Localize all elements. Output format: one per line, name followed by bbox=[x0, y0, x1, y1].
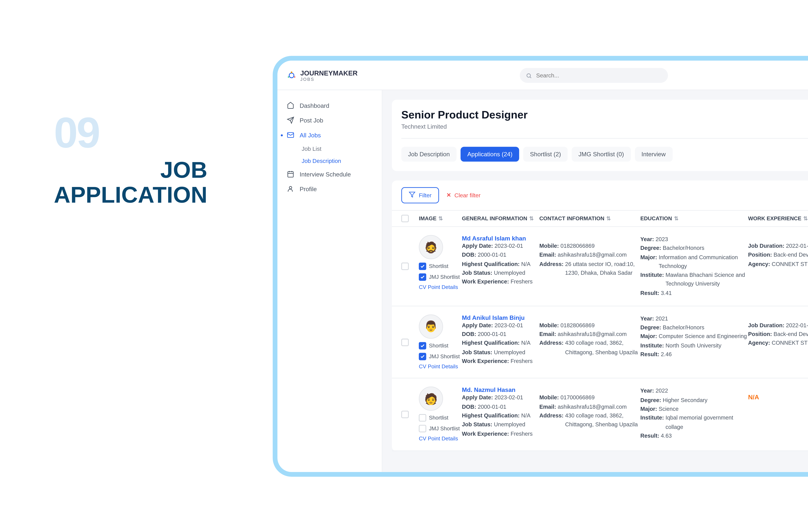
table-toolbar: Filter Clear filter Bulk Action bbox=[392, 181, 808, 210]
cv-point-details-link[interactable]: CV Point Details bbox=[419, 284, 458, 291]
app-window: JOURNEYMAKER JOBS Post a Job 👤 bbox=[273, 56, 808, 477]
job-header-card: Senior Product Designer Technext Limited… bbox=[392, 100, 808, 171]
sort-icon: ⇅ bbox=[803, 216, 808, 222]
applicant-name-link[interactable]: Md Anikul Islam Binju bbox=[462, 314, 539, 321]
svg-rect-27 bbox=[288, 171, 293, 177]
search-icon bbox=[526, 69, 532, 81]
shortlist-checkbox[interactable] bbox=[419, 342, 426, 349]
brand-name: JOURNEYMAKER bbox=[300, 69, 357, 76]
shortlist-label: Shortlist bbox=[429, 415, 448, 421]
send-icon bbox=[287, 116, 294, 125]
search-box[interactable] bbox=[520, 68, 668, 82]
applications-table-card: Filter Clear filter Bulk Action bbox=[392, 181, 808, 451]
main-content: Senior Product Designer Technext Limited… bbox=[383, 90, 808, 472]
applicant-name-link[interactable]: Md. Nazmul Hasan bbox=[462, 387, 539, 394]
slide-label: 09 JOB APPLICATION bbox=[54, 108, 207, 208]
applicant-avatar: 🧑 bbox=[419, 387, 443, 411]
sidebar-item-label: Dashboard bbox=[300, 102, 329, 109]
applicant-name-link[interactable]: Md Asraful Islam khan bbox=[462, 235, 539, 242]
svg-point-2 bbox=[288, 76, 289, 77]
col-general[interactable]: GENERAL INFORMATION⇅ bbox=[462, 216, 539, 222]
sidebar-item-all-jobs[interactable]: All Jobs bbox=[277, 128, 382, 143]
shortlist-label: Shortlist bbox=[429, 263, 448, 269]
slide-title: JOB APPLICATION bbox=[54, 158, 207, 208]
row-checkbox[interactable] bbox=[401, 263, 409, 270]
applicant-avatar: 🧔 bbox=[419, 235, 443, 259]
user-icon bbox=[287, 185, 294, 194]
sidebar-item-profile[interactable]: Profile bbox=[277, 182, 382, 197]
sidebar-item-interview-schedule[interactable]: Interview Schedule bbox=[277, 167, 382, 182]
tab-shortlist[interactable]: Shortlist (2) bbox=[523, 147, 568, 162]
brand-sub: JOBS bbox=[300, 76, 357, 81]
svg-point-4 bbox=[527, 73, 531, 77]
table-row: 🧑 Shortlist JMJ Shortlist CV Point Detai… bbox=[392, 379, 808, 451]
sidebar-sub-job-description[interactable]: Job Description bbox=[277, 155, 382, 167]
select-all-checkbox[interactable] bbox=[401, 215, 409, 222]
job-tabs: Job Description Applications (24) Shortl… bbox=[401, 147, 808, 162]
sidebar-item-post-job[interactable]: Post Job bbox=[277, 113, 382, 128]
svg-point-1 bbox=[291, 71, 292, 73]
sidebar: Dashboard Post Job All Jobs Job List Job… bbox=[277, 90, 383, 472]
jmj-shortlist-checkbox[interactable] bbox=[419, 425, 426, 433]
app-header: JOURNEYMAKER JOBS Post a Job 👤 bbox=[277, 61, 808, 90]
sidebar-item-label: Profile bbox=[300, 186, 317, 192]
sort-icon: ⇅ bbox=[438, 216, 443, 222]
col-work[interactable]: WORK EXPERIENCE⇅ bbox=[748, 216, 808, 222]
applicant-avatar: 👨 bbox=[419, 314, 443, 338]
shortlist-checkbox[interactable] bbox=[419, 414, 426, 422]
sort-icon: ⇅ bbox=[606, 216, 611, 222]
table-row: 🧔 Shortlist JMJ Shortlist CV Point Detai… bbox=[392, 227, 808, 306]
filter-icon bbox=[409, 191, 416, 199]
divider bbox=[401, 138, 808, 139]
table-row: 👨 Shortlist JMJ Shortlist CV Point Detai… bbox=[392, 306, 808, 379]
cv-point-details-link[interactable]: CV Point Details bbox=[419, 364, 458, 370]
tab-applications[interactable]: Applications (24) bbox=[461, 147, 519, 162]
slide-number: 09 bbox=[54, 108, 207, 158]
sidebar-item-label: Interview Schedule bbox=[300, 171, 351, 178]
home-icon bbox=[287, 101, 294, 110]
sidebar-item-label: All Jobs bbox=[300, 132, 321, 139]
jmj-shortlist-label: JMJ Shortlist bbox=[429, 353, 460, 360]
sidebar-item-label: Post Job bbox=[300, 117, 323, 124]
table-header: IMAGE⇅ GENERAL INFORMATION⇅ CONTACT INFO… bbox=[392, 210, 808, 227]
col-education[interactable]: EDUCATION⇅ bbox=[640, 216, 748, 222]
search-input[interactable] bbox=[536, 72, 662, 78]
col-image[interactable]: IMAGE⇅ bbox=[419, 216, 462, 222]
clear-filter-button[interactable]: Clear filter bbox=[446, 191, 481, 199]
logo-icon bbox=[287, 70, 296, 80]
job-company: Technext Limited bbox=[401, 123, 808, 130]
jmj-shortlist-checkbox[interactable] bbox=[419, 273, 426, 281]
sidebar-sub-job-list[interactable]: Job List bbox=[277, 143, 382, 155]
row-checkbox[interactable] bbox=[401, 411, 409, 418]
job-title: Senior Product Designer bbox=[401, 109, 808, 121]
svg-marker-32 bbox=[409, 192, 415, 197]
jmj-shortlist-checkbox[interactable] bbox=[419, 353, 426, 360]
tab-job-description[interactable]: Job Description bbox=[401, 147, 457, 162]
cv-point-details-link[interactable]: CV Point Details bbox=[419, 436, 458, 442]
sidebar-item-dashboard[interactable]: Dashboard bbox=[277, 98, 382, 113]
tab-interview[interactable]: Interview bbox=[635, 147, 673, 162]
col-contact[interactable]: CONTACT INFORMATION⇅ bbox=[539, 216, 640, 222]
tab-jmg-shortlist[interactable]: JMG Shortlist (0) bbox=[572, 147, 631, 162]
shortlist-label: Shortlist bbox=[429, 343, 448, 349]
filter-button[interactable]: Filter bbox=[401, 187, 439, 203]
row-checkbox[interactable] bbox=[401, 338, 409, 346]
jmj-shortlist-label: JMJ Shortlist bbox=[429, 274, 460, 280]
svg-point-31 bbox=[289, 186, 292, 188]
mail-icon bbox=[287, 131, 294, 140]
work-na: N/A bbox=[748, 393, 808, 401]
shortlist-checkbox[interactable] bbox=[419, 263, 426, 270]
svg-point-0 bbox=[289, 73, 294, 77]
calendar-icon bbox=[287, 170, 294, 179]
brand-logo[interactable]: JOURNEYMAKER JOBS bbox=[287, 69, 357, 81]
svg-line-5 bbox=[530, 76, 531, 78]
svg-point-3 bbox=[294, 76, 295, 77]
close-icon bbox=[446, 191, 452, 199]
sort-icon: ⇅ bbox=[674, 216, 679, 222]
jmj-shortlist-label: JMJ Shortlist bbox=[429, 426, 460, 432]
sort-icon: ⇅ bbox=[529, 216, 534, 222]
